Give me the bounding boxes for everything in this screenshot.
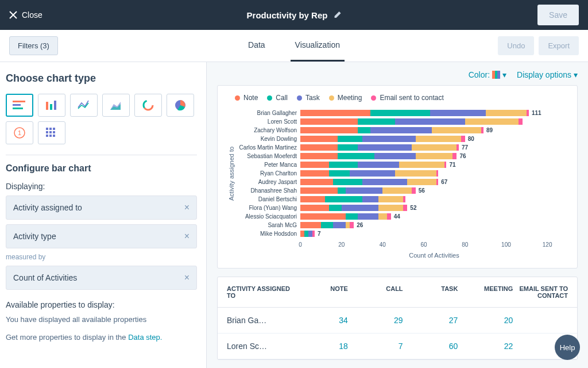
bar-segment[interactable] bbox=[407, 179, 436, 185]
bar-segment[interactable] bbox=[346, 187, 383, 194]
remove-icon[interactable]: × bbox=[184, 273, 189, 283]
bar-segment[interactable] bbox=[378, 196, 403, 202]
table-row[interactable]: Brian Ga…34292720 bbox=[218, 308, 577, 334]
bar-segment[interactable] bbox=[362, 136, 416, 142]
bar-segment[interactable] bbox=[300, 153, 338, 159]
pill-activity-assigned[interactable]: Activity assigned to× bbox=[6, 195, 197, 220]
chart-type-line[interactable] bbox=[70, 94, 98, 117]
bar-segment[interactable] bbox=[436, 179, 439, 185]
bar-segment[interactable] bbox=[329, 170, 350, 177]
bar-segment[interactable] bbox=[457, 144, 459, 151]
close-button[interactable]: Close bbox=[9, 10, 42, 20]
bar-segment[interactable] bbox=[338, 144, 358, 151]
bar-segment[interactable] bbox=[519, 118, 523, 125]
legend-item[interactable]: Task bbox=[297, 94, 320, 102]
bar-segment[interactable] bbox=[300, 170, 329, 177]
bar-segment[interactable] bbox=[412, 144, 457, 151]
bar-segment[interactable] bbox=[300, 187, 338, 194]
bar-segment[interactable] bbox=[342, 205, 379, 211]
remove-icon[interactable]: × bbox=[184, 202, 189, 213]
legend-item[interactable]: Note bbox=[235, 94, 258, 102]
bar-segment[interactable] bbox=[329, 162, 358, 168]
bar-segment[interactable] bbox=[374, 153, 416, 159]
color-picker[interactable]: Color:▾ bbox=[469, 70, 506, 79]
bar-segment[interactable] bbox=[403, 196, 405, 202]
bar-segment[interactable] bbox=[300, 196, 325, 202]
bar-segment[interactable] bbox=[412, 187, 416, 194]
export-button[interactable]: Export bbox=[539, 36, 579, 55]
bar-segment[interactable] bbox=[358, 213, 378, 220]
bar-segment[interactable] bbox=[452, 153, 457, 159]
bar-segment[interactable] bbox=[358, 144, 411, 151]
bar-segment[interactable] bbox=[300, 136, 338, 142]
bar-segment[interactable] bbox=[346, 213, 358, 220]
bar-segment[interactable] bbox=[312, 231, 315, 237]
bar-segment[interactable] bbox=[370, 127, 432, 133]
legend-item[interactable]: Call bbox=[267, 94, 288, 102]
bar-segment[interactable] bbox=[300, 162, 329, 168]
chart-type-pie[interactable] bbox=[167, 94, 194, 117]
bar-segment[interactable] bbox=[403, 205, 407, 211]
table-row[interactable]: Loren Sc…1876022 bbox=[218, 334, 577, 359]
bar-segment[interactable] bbox=[350, 170, 395, 177]
bar-segment[interactable] bbox=[416, 153, 453, 159]
bar-segment[interactable] bbox=[346, 222, 350, 228]
help-button[interactable]: Help bbox=[555, 335, 580, 360]
bar-segment[interactable] bbox=[461, 136, 465, 142]
bar-segment[interactable] bbox=[358, 162, 399, 168]
bar-segment[interactable] bbox=[362, 196, 379, 202]
tab-visualization[interactable]: Visualization bbox=[291, 30, 345, 62]
pill-count-activities[interactable]: Count of Activities× bbox=[6, 266, 197, 290]
table-header[interactable]: TASK bbox=[403, 285, 458, 299]
bar-segment[interactable] bbox=[300, 144, 338, 151]
bar-segment[interactable] bbox=[300, 127, 358, 133]
bar-segment[interactable] bbox=[304, 231, 308, 237]
table-header[interactable]: MEETING bbox=[458, 285, 513, 299]
bar-segment[interactable] bbox=[333, 222, 346, 228]
bar-segment[interactable] bbox=[382, 187, 411, 194]
bar-segment[interactable] bbox=[465, 118, 519, 125]
bar-segment[interactable] bbox=[486, 110, 527, 116]
legend-item[interactable]: Email sent to contact bbox=[371, 94, 443, 102]
bar-segment[interactable] bbox=[300, 222, 321, 228]
bar-segment[interactable] bbox=[395, 170, 436, 177]
bar-segment[interactable] bbox=[481, 127, 483, 133]
bar-segment[interactable] bbox=[416, 136, 461, 142]
bar-segment[interactable] bbox=[436, 170, 439, 177]
bar-segment[interactable] bbox=[432, 127, 481, 133]
bar-segment[interactable] bbox=[325, 196, 362, 202]
tab-data[interactable]: Data bbox=[243, 30, 270, 62]
bar-segment[interactable] bbox=[362, 179, 408, 185]
save-button[interactable]: Save bbox=[537, 5, 579, 25]
bar-segment[interactable] bbox=[308, 231, 312, 237]
bar-segment[interactable] bbox=[321, 222, 334, 228]
remove-icon[interactable]: × bbox=[184, 231, 189, 241]
bar-segment[interactable] bbox=[387, 213, 391, 220]
chart-type-hbar[interactable] bbox=[6, 94, 33, 117]
bar-segment[interactable] bbox=[444, 162, 447, 168]
bar-segment[interactable] bbox=[378, 213, 386, 220]
chart-type-area[interactable] bbox=[102, 94, 130, 117]
bar-segment[interactable] bbox=[333, 179, 362, 185]
bar-segment[interactable] bbox=[358, 118, 395, 125]
pill-activity-type[interactable]: Activity type× bbox=[6, 224, 197, 248]
bar-segment[interactable] bbox=[430, 110, 486, 116]
legend-item[interactable]: Meeting bbox=[329, 94, 362, 102]
table-header[interactable]: NOTE bbox=[293, 285, 348, 299]
bar-segment[interactable] bbox=[358, 127, 370, 133]
pencil-icon[interactable] bbox=[333, 11, 341, 19]
display-options[interactable]: Display options▾ bbox=[517, 70, 578, 79]
bar-segment[interactable] bbox=[527, 110, 529, 116]
bar-segment[interactable] bbox=[300, 118, 358, 125]
chart-type-summary[interactable]: 1 bbox=[6, 121, 33, 144]
chart-type-table[interactable] bbox=[38, 121, 65, 144]
chart-type-donut[interactable] bbox=[134, 94, 162, 117]
bar-segment[interactable] bbox=[338, 136, 362, 142]
bar-segment[interactable] bbox=[350, 222, 354, 228]
bar-segment[interactable] bbox=[338, 187, 346, 194]
bar-segment[interactable] bbox=[329, 205, 342, 211]
bar-segment[interactable] bbox=[399, 162, 444, 168]
bar-segment[interactable] bbox=[300, 179, 333, 185]
bar-segment[interactable] bbox=[378, 205, 403, 211]
chart-type-vbar[interactable] bbox=[38, 94, 65, 117]
